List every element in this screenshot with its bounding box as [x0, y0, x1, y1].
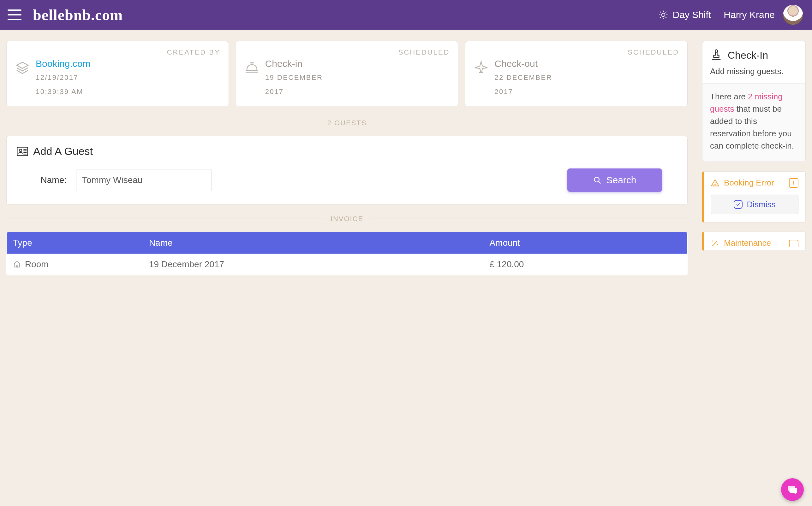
- svg-line-8: [666, 12, 666, 13]
- booking-error-title: Booking Error: [724, 178, 785, 188]
- add-guest-panel: Add A Guest Name: Search: [6, 136, 688, 205]
- svg-line-33: [715, 240, 715, 240]
- topbar: bellebnb.com Day Shift Harry Krane: [0, 0, 812, 30]
- invoice-table: Type Name Amount Room 19 Dece: [6, 232, 688, 275]
- shift-label: Day Shift: [673, 9, 711, 20]
- search-button[interactable]: Search: [567, 168, 662, 192]
- th-type: Type: [7, 232, 143, 254]
- card-created-by: CREATED BY Booking.com 12/19/2017 10:39:…: [6, 41, 229, 106]
- card-checkin: SCHEDULED Check-in 19 DECEMBER: [236, 41, 458, 106]
- th-name: Name: [143, 232, 483, 254]
- add-guest-title: Add A Guest: [33, 145, 93, 157]
- bell-icon: [244, 60, 260, 75]
- svg-line-27: [712, 241, 717, 246]
- svg-line-6: [666, 17, 666, 18]
- invoice-divider: INVOICE: [6, 215, 688, 223]
- checkin-title: Check-in: [265, 58, 323, 69]
- checkin-message: There are 2 missing guests that must be …: [703, 83, 805, 162]
- shift-toggle[interactable]: Day Shift: [658, 9, 711, 20]
- row-name: 19 December 2017: [143, 254, 483, 275]
- svg-point-23: [715, 50, 718, 52]
- main-column: CREATED BY Booking.com 12/19/2017 10:39:…: [6, 41, 688, 275]
- checkout-date2: 2017: [494, 86, 552, 97]
- stamp-icon: [710, 48, 723, 62]
- expand-button[interactable]: +: [789, 178, 798, 188]
- avatar[interactable]: [783, 5, 803, 25]
- svg-line-5: [660, 12, 661, 13]
- svg-line-21: [599, 181, 601, 184]
- table-row: Room 19 December 2017 £ 120.00: [7, 254, 688, 275]
- checkin-date2: 2017: [265, 86, 323, 97]
- svg-marker-9: [17, 62, 28, 69]
- search-icon: [593, 176, 602, 184]
- plane-icon: [473, 60, 489, 75]
- maintenance-title: Maintenance: [724, 238, 785, 248]
- warning-icon: [711, 179, 720, 187]
- maintenance-card: Maintenance: [702, 232, 806, 251]
- card-eyebrow: SCHEDULED: [473, 48, 679, 57]
- side-column: Check-In Add missing guests. There are 2…: [702, 41, 806, 275]
- created-date: 12/19/2017: [36, 72, 90, 83]
- checkin-panel: Check-In Add missing guests. There are 2…: [702, 41, 806, 162]
- layers-icon: [15, 60, 30, 75]
- menu-icon[interactable]: [8, 9, 21, 20]
- summary-cards: CREATED BY Booking.com 12/19/2017 10:39:…: [6, 41, 688, 106]
- svg-point-20: [594, 177, 599, 182]
- th-amount: Amount: [483, 232, 687, 254]
- checkin-title: Check-In: [728, 50, 768, 61]
- checkin-date1: 19 DECEMBER: [265, 72, 323, 83]
- svg-line-7: [660, 17, 661, 18]
- id-card-icon: [16, 145, 29, 158]
- guest-name-input[interactable]: [76, 169, 212, 191]
- svg-point-0: [661, 13, 665, 17]
- checkout-title: Check-out: [494, 58, 552, 69]
- created-source[interactable]: Booking.com: [36, 58, 90, 69]
- card-eyebrow: CREATED BY: [15, 48, 220, 57]
- svg-point-15: [19, 149, 22, 152]
- username[interactable]: Harry Krane: [724, 9, 775, 20]
- row-amount: £ 120.00: [483, 254, 687, 275]
- logo[interactable]: bellebnb.com: [33, 6, 123, 24]
- guests-divider: 2 GUESTS: [6, 119, 688, 127]
- check-icon: [734, 200, 743, 209]
- svg-point-26: [715, 184, 715, 185]
- card-checkout: SCHEDULED Check-out 22 DECEMBER 2017: [465, 41, 688, 106]
- created-time: 10:39:39 AM: [36, 86, 90, 97]
- row-type: Room: [25, 259, 49, 269]
- expand-button[interactable]: [789, 240, 798, 247]
- sun-icon: [658, 10, 668, 20]
- wand-icon: [711, 239, 720, 248]
- checkin-subtitle: Add missing guests.: [703, 67, 805, 83]
- booking-error-card: Booking Error + Dismiss: [702, 171, 806, 223]
- name-label: Name:: [32, 175, 67, 185]
- house-icon: [13, 260, 21, 268]
- checkout-date1: 22 DECEMBER: [494, 72, 552, 83]
- svg-rect-22: [16, 265, 18, 267]
- dismiss-button[interactable]: Dismiss: [711, 195, 798, 214]
- card-eyebrow: SCHEDULED: [244, 48, 450, 57]
